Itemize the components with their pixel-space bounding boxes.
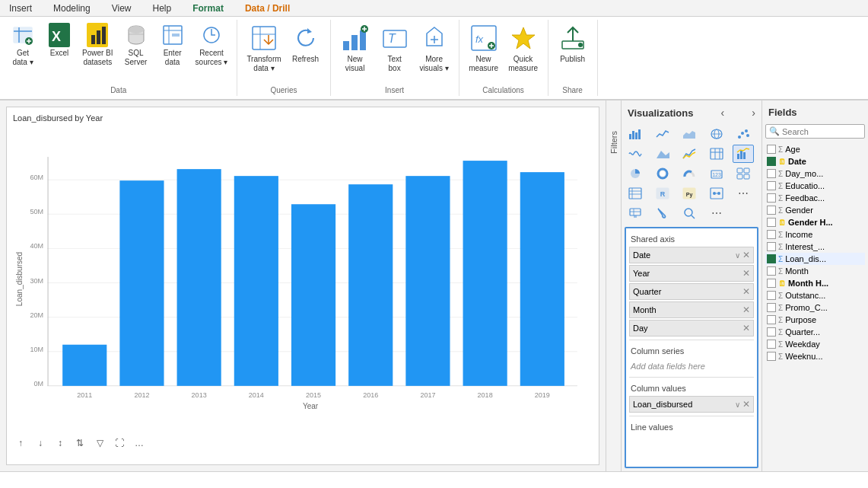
more-visuals-button[interactable]: Morevisuals ▾ <box>416 21 453 75</box>
viz-icon-table[interactable] <box>706 145 727 163</box>
field-item-outstanding[interactable]: Σ Outstanc... <box>765 289 865 301</box>
menu-insert[interactable]: Insert <box>6 2 35 15</box>
enter-data-button[interactable]: Enterdata <box>156 21 189 69</box>
field-checkbox-education[interactable] <box>767 181 776 190</box>
year-x[interactable]: ✕ <box>742 268 750 279</box>
ribbon: Getdata ▾ X Excel Power BIdatasets SQLSe… <box>0 17 868 100</box>
field-checkbox-income[interactable] <box>767 230 776 239</box>
quick-measure-button[interactable]: Quickmeasure <box>505 21 542 75</box>
viz-icon-mountain[interactable] <box>652 145 673 163</box>
viz-panel-forward[interactable]: › <box>752 107 755 119</box>
transform-data-button[interactable]: Transformdata ▾ <box>243 21 284 75</box>
field-checkbox-quarter[interactable] <box>767 327 776 336</box>
viz-icon-scatter[interactable] <box>733 125 754 143</box>
date-x[interactable]: ✕ <box>742 250 750 260</box>
field-item-gender[interactable]: Σ Gender <box>765 204 865 216</box>
viz-icon-multicard[interactable] <box>733 164 754 183</box>
field-item-daymo[interactable]: Σ Day_mo... <box>765 167 865 180</box>
field-checkbox-daymo[interactable] <box>767 169 776 178</box>
viz-icon-dots[interactable]: ⋯ <box>733 184 754 203</box>
field-checkbox-gender[interactable] <box>767 206 776 215</box>
field-item-weeknum[interactable]: Σ Weeknu... <box>765 350 865 362</box>
field-item-age[interactable]: Σ Age <box>765 143 865 155</box>
viz-icon-matrix[interactable] <box>625 184 646 203</box>
field-item-interest[interactable]: Σ Interest_... <box>765 241 865 253</box>
field-item-promo[interactable]: Σ Promo_C... <box>765 301 865 314</box>
viz-icon-donut[interactable] <box>652 164 673 183</box>
field-item-loan-dis[interactable]: Σ Loan_dis... <box>765 253 865 265</box>
field-checkbox-gender-h[interactable] <box>767 218 776 227</box>
loan-x[interactable]: ✕ <box>742 399 750 410</box>
field-checkbox-weeknum[interactable] <box>767 352 776 361</box>
viz-icon-paint[interactable] <box>625 204 646 222</box>
loan-chevron[interactable]: ∨ <box>735 400 740 409</box>
recent-sources-button[interactable]: Recentsources ▾ <box>192 21 231 69</box>
excel-button[interactable]: X Excel <box>43 21 76 59</box>
field-checkbox-age[interactable] <box>767 145 776 154</box>
viz-icon-link[interactable] <box>706 184 727 203</box>
sort-az-btn[interactable]: ↕ <box>52 435 68 451</box>
menu-view[interactable]: View <box>109 2 135 15</box>
viz-icon-pie[interactable] <box>625 164 646 183</box>
menu-format[interactable]: Format <box>189 2 227 15</box>
field-checkbox-purpose[interactable] <box>767 315 776 324</box>
field-item-education[interactable]: Σ Educatio... <box>765 180 865 192</box>
menu-data-drill[interactable]: Data / Drill <box>242 2 293 15</box>
field-group-gender-h[interactable]: 🗓 Gender H... <box>765 216 865 228</box>
field-checkbox-feedback[interactable] <box>767 193 776 203</box>
viz-icon-gauge[interactable] <box>679 164 700 183</box>
sort-asc-btn[interactable]: ↑ <box>13 435 28 451</box>
day-x[interactable]: ✕ <box>742 323 750 333</box>
refresh-button[interactable]: Refresh <box>288 21 324 65</box>
sort-desc-btn[interactable]: ↓ <box>33 435 48 451</box>
field-checkbox-weekday[interactable] <box>767 340 776 349</box>
field-item-quarter[interactable]: Σ Quarter... <box>765 326 865 338</box>
viz-icon-brush[interactable] <box>652 204 673 222</box>
viz-icon-line[interactable] <box>652 125 673 143</box>
get-data-button[interactable]: Getdata ▾ <box>6 21 40 69</box>
viz-icon-combo[interactable] <box>733 145 754 163</box>
field-checkbox-month-h[interactable] <box>767 279 776 288</box>
power-bi-button[interactable]: Power BIdatasets <box>79 21 116 69</box>
new-visual-button[interactable]: Newvisual <box>337 21 374 75</box>
fields-search-input[interactable] <box>782 127 861 136</box>
field-item-purpose[interactable]: Σ Purpose <box>765 314 865 326</box>
new-measure-button[interactable]: fx Newmeasure <box>466 21 502 75</box>
field-checkbox-loan-dis[interactable] <box>767 254 776 263</box>
date-chevron[interactable]: ∨ <box>735 251 740 260</box>
field-item-weekday[interactable]: Σ Weekday <box>765 338 865 350</box>
publish-button[interactable]: Publish <box>555 21 591 65</box>
field-group-month-h[interactable]: 🗓 Month H... <box>765 277 865 289</box>
fields-search[interactable]: 🔍 <box>765 124 865 139</box>
field-checkbox-outstanding[interactable] <box>767 291 776 300</box>
viz-icon-bar[interactable] <box>625 125 646 143</box>
text-box-button[interactable]: T Textbox <box>377 21 413 75</box>
quarter-x[interactable]: ✕ <box>742 286 750 297</box>
viz-icon-py[interactable]: Py <box>679 184 700 203</box>
viz-icon-magnify[interactable] <box>679 204 700 222</box>
viz-icon-wavy[interactable] <box>625 145 646 163</box>
menu-help[interactable]: Help <box>150 2 175 15</box>
viz-icon-r[interactable]: R <box>652 184 673 203</box>
more-btn[interactable]: … <box>132 435 147 451</box>
field-checkbox-promo[interactable] <box>767 303 776 312</box>
field-item-month[interactable]: Σ Month <box>765 265 865 277</box>
viz-icon-card[interactable]: 123 <box>706 164 727 183</box>
field-item-income[interactable]: Σ Income <box>765 228 865 241</box>
field-checkbox-interest[interactable] <box>767 242 776 251</box>
sort-za-btn[interactable]: ⇅ <box>72 435 87 451</box>
field-checkbox-date[interactable] <box>767 157 776 166</box>
expand-btn[interactable]: ⛶ <box>112 435 127 451</box>
sql-server-button[interactable]: SQLServer <box>119 21 153 69</box>
filter-btn[interactable]: ▽ <box>92 435 107 451</box>
viz-icon-map[interactable] <box>706 125 727 143</box>
field-group-date[interactable]: 🗓 Date <box>765 155 865 167</box>
field-checkbox-month[interactable] <box>767 266 776 276</box>
viz-icon-more2[interactable]: ⋯ <box>706 204 727 222</box>
field-item-feedback[interactable]: Σ Feedbac... <box>765 192 865 204</box>
viz-icon-linechart[interactable] <box>679 145 700 163</box>
viz-panel-back[interactable]: ‹ <box>721 107 725 119</box>
menu-modeling[interactable]: Modeling <box>50 2 94 15</box>
viz-icon-area[interactable] <box>679 125 700 143</box>
month-x[interactable]: ✕ <box>742 305 750 315</box>
